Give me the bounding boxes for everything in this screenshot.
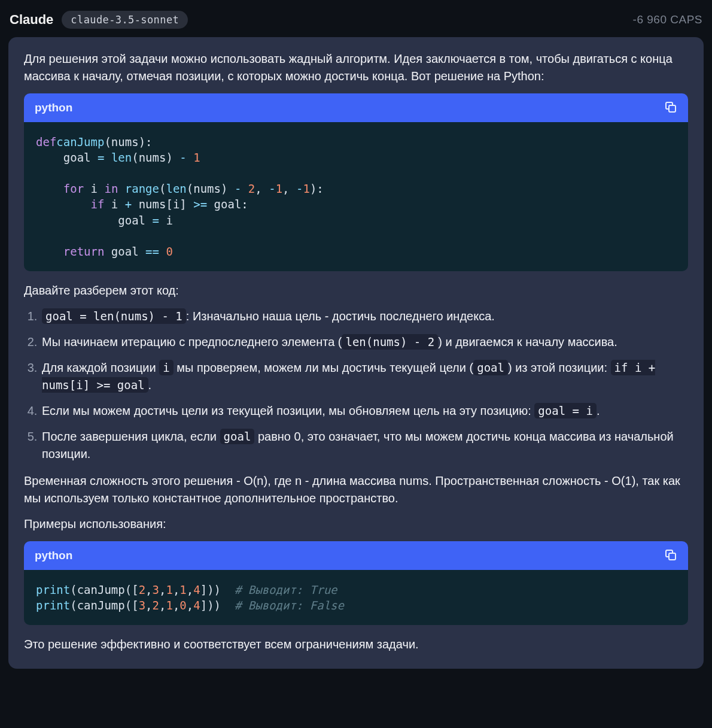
inline-code: goal bbox=[220, 429, 255, 444]
code-block-2-body[interactable]: print(canJump([2,3,1,1,4])) # Выводит: T… bbox=[24, 570, 688, 625]
list-item: goal = len(nums) - 1: Изначально наша це… bbox=[41, 308, 688, 325]
list-item: После завершения цикла, если goal равно … bbox=[41, 428, 688, 463]
header: Claude claude-3.5-sonnet -6 960 CAPS bbox=[8, 7, 704, 37]
inline-code: goal = len(nums) - 1 bbox=[42, 308, 186, 324]
code-block-1-body[interactable]: defcanJump(nums): goal = len(nums) - 1 f… bbox=[24, 122, 688, 272]
caps-counter: -6 960 CAPS bbox=[633, 13, 702, 26]
list-item: Мы начинаем итерацию с предпоследнего эл… bbox=[41, 333, 688, 351]
code-block-1-lang: python bbox=[35, 99, 72, 116]
explanation-list: goal = len(nums) - 1: Изначально наша це… bbox=[24, 308, 688, 463]
code-block-1: python defcanJump(nums): goal = len(nums… bbox=[24, 93, 688, 271]
copy-icon[interactable] bbox=[665, 550, 677, 562]
examples-intro: Примеры использования: bbox=[24, 515, 688, 533]
intro-paragraph: Для решения этой задачи можно использова… bbox=[24, 50, 688, 85]
copy-icon[interactable] bbox=[665, 102, 677, 114]
assistant-message: Для решения этой задачи можно использова… bbox=[8, 37, 704, 669]
inline-code: len(nums) - 2 bbox=[342, 334, 438, 350]
assistant-name: Claude bbox=[10, 12, 53, 28]
inline-code: i bbox=[159, 360, 173, 375]
inline-code: goal = i bbox=[534, 403, 597, 418]
model-badge[interactable]: claude-3.5-sonnet bbox=[62, 11, 188, 29]
list-item: Если мы можем достичь цели из текущей по… bbox=[41, 402, 688, 420]
inline-code: if i + nums[i] >= goal bbox=[42, 360, 655, 393]
code-block-2-header: python bbox=[24, 541, 688, 570]
complexity-paragraph: Временная сложность этого решения - O(n)… bbox=[24, 472, 688, 507]
list-item: Для каждой позиции i мы проверяем, можем… bbox=[41, 359, 688, 394]
outro-paragraph: Это решение эффективно и соответствует в… bbox=[24, 636, 688, 653]
code-block-1-header: python bbox=[24, 93, 688, 122]
inline-code: goal bbox=[473, 360, 508, 375]
explain-intro: Давайте разберем этот код: bbox=[24, 282, 688, 299]
code-block-2: python print(canJump([2,3,1,1,4])) # Выв… bbox=[24, 541, 688, 625]
code-block-2-lang: python bbox=[35, 547, 72, 564]
header-left: Claude claude-3.5-sonnet bbox=[10, 11, 188, 29]
